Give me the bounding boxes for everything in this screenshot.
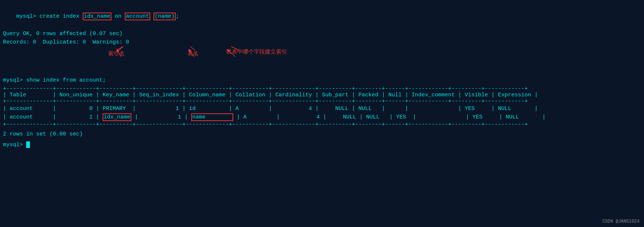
- footer-rows: 2 rows in set (0.00 sec): [3, 130, 641, 138]
- annotation-arrows: [3, 47, 335, 76]
- data-row-1-line-1: | account | 0 | PRIMARY | 1 | id | A | 4…: [3, 104, 641, 113]
- annotation-area: 索引名 表名 以表中哪个字段建立索引: [3, 47, 641, 76]
- table-section: +--------------+------------+----------+…: [3, 86, 641, 128]
- divider-bottom: +--------------+------------+----------+…: [3, 121, 641, 128]
- cursor-block: [26, 141, 30, 148]
- divider-mid: +--------------+------------+----------+…: [3, 98, 641, 104]
- svg-line-3: [190, 47, 195, 50]
- terminal: mysql> create index idx_name on account …: [0, 0, 644, 227]
- query-ok-line: Query OK, 0 rows affected (0.07 sec): [3, 30, 641, 38]
- watermark: CSDN @JANG1024: [602, 219, 640, 224]
- col-highlight: (name): [154, 13, 176, 20]
- idx-name-highlight: idx_name: [83, 13, 111, 20]
- idx-name-box-2: idx_name: [103, 113, 131, 121]
- records-line: Records: 0 Duplicates: 0 Warnings: 0: [3, 38, 641, 47]
- table-name-highlight: account: [125, 13, 150, 20]
- prompt-1: mysql> create index: [16, 13, 83, 20]
- svg-line-4: [231, 47, 239, 50]
- final-prompt: mysql>: [3, 141, 641, 149]
- name-box: name: [191, 113, 233, 121]
- command-line-1: mysql> create index idx_name on account …: [3, 4, 641, 30]
- on-keyword: on: [111, 13, 125, 20]
- space-before-col: [150, 13, 154, 20]
- header-row-1: | Table | Non_unique | Key_name | Seq_in…: [3, 92, 641, 98]
- show-index-command: mysql> show index from account;: [3, 76, 641, 85]
- divider-top: +--------------+------------+----------+…: [3, 86, 641, 92]
- data-row-2-line-1: | account | 1 | idx_name | 1 | name | A …: [3, 113, 641, 121]
- semicolon: ;: [176, 13, 179, 20]
